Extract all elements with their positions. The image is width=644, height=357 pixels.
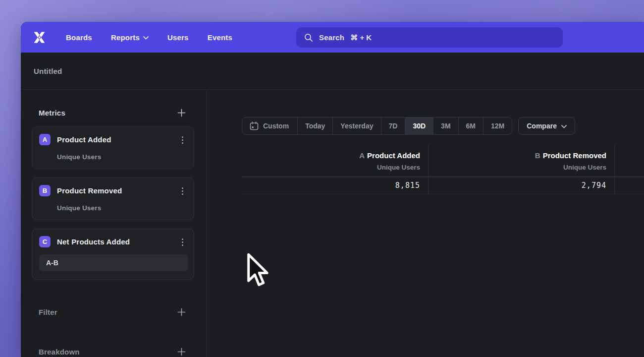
top-nav: Boards Reports Users Events Search ⌘ + K	[21, 22, 644, 53]
nav-item-label: Boards	[66, 33, 92, 42]
metric-measure[interactable]: Unique Users	[57, 153, 187, 161]
column-measure: Unique Users	[242, 162, 420, 173]
range-7d[interactable]: 7D	[381, 118, 405, 134]
column-letter: A	[359, 151, 365, 160]
metric-name: Product Removed	[57, 186, 122, 195]
range-30d-selected[interactable]: 30D	[405, 118, 433, 134]
range-12m[interactable]: 12M	[483, 118, 512, 134]
range-today[interactable]: Today	[297, 118, 332, 134]
range-label: 3M	[441, 122, 450, 130]
nav-item-label: Users	[167, 33, 189, 42]
breakdown-label: Breakdown	[39, 348, 80, 356]
chevron-down-icon	[143, 36, 149, 40]
app-window: Boards Reports Users Events Search ⌘ + K	[21, 22, 644, 357]
range-custom[interactable]: Custom	[242, 118, 297, 134]
metric-badge: B	[39, 185, 51, 196]
nav-items: Boards Reports Users Events	[66, 33, 232, 42]
filter-section-header: Filter	[21, 303, 206, 321]
value-cell-a: 8,815	[242, 177, 429, 194]
add-breakdown-button[interactable]	[176, 347, 186, 357]
metric-badge: C	[39, 236, 51, 247]
metric-card-a[interactable]: A Product Added Unique Users	[32, 126, 194, 169]
value-cell-stub	[615, 177, 644, 194]
nav-item-boards[interactable]: Boards	[66, 33, 92, 42]
formula-input[interactable]: A-B	[39, 254, 188, 271]
range-yesterday[interactable]: Yesterday	[332, 118, 380, 134]
metric-card-b[interactable]: B Product Removed Unique Users	[32, 178, 194, 220]
nav-item-label: Reports	[111, 33, 140, 42]
column-header-stub	[615, 145, 644, 177]
metrics-label: Metrics	[39, 109, 65, 117]
nav-item-events[interactable]: Events	[208, 33, 232, 42]
metric-name: Net Products Added	[57, 238, 130, 246]
range-3m[interactable]: 3M	[433, 118, 458, 134]
plus-icon	[177, 109, 186, 117]
metric-name: Product Added	[57, 135, 111, 144]
range-label: Custom	[263, 122, 289, 130]
search-shortcut: ⌘ + K	[350, 33, 372, 42]
range-label: 12M	[491, 122, 504, 130]
metric-measure[interactable]: Unique Users	[57, 204, 187, 212]
nav-item-users[interactable]: Users	[167, 33, 189, 42]
search-input[interactable]: Search ⌘ + K	[296, 27, 563, 48]
plus-icon	[177, 308, 186, 316]
plus-icon	[177, 348, 186, 356]
column-name: Product Added	[367, 151, 420, 160]
column-header-b: BProduct Removed Unique Users	[429, 145, 615, 177]
range-6m[interactable]: 6M	[458, 118, 483, 134]
results-table: AProduct Added Unique Users BProduct Rem…	[242, 145, 644, 194]
column-measure: Unique Users	[429, 162, 606, 173]
query-sidebar: Metrics A Product Added Unique Use	[21, 90, 207, 357]
metrics-section-header: Metrics	[21, 104, 206, 121]
mixpanel-logo-icon[interactable]	[33, 31, 46, 44]
range-label: 6M	[466, 122, 476, 130]
date-range-picker: Custom Today Yesterday 7D 30D 3M 6M 12M	[242, 117, 512, 135]
nav-item-reports[interactable]: Reports	[111, 33, 149, 42]
metric-badge: A	[39, 134, 51, 145]
column-name: Product Removed	[543, 151, 606, 160]
date-toolbar: Custom Today Yesterday 7D 30D 3M 6M 12M …	[242, 117, 575, 135]
range-label: Today	[305, 122, 325, 130]
report-main: Custom Today Yesterday 7D 30D 3M 6M 12M …	[207, 90, 644, 357]
range-label: Yesterday	[340, 122, 373, 130]
metric-options-button[interactable]	[178, 135, 187, 145]
breakdown-section-header: Breakdown	[21, 343, 206, 357]
chevron-down-icon	[561, 125, 567, 128]
nav-item-label: Events	[208, 33, 232, 42]
add-metric-button[interactable]	[176, 108, 186, 118]
filter-label: Filter	[39, 308, 57, 316]
compare-label: Compare	[527, 122, 557, 130]
metric-options-button[interactable]	[178, 186, 187, 196]
board-header: Untitled	[21, 53, 644, 90]
metric-options-button[interactable]	[178, 237, 187, 247]
range-label: 7D	[389, 122, 398, 130]
search-icon	[304, 33, 313, 42]
add-filter-button[interactable]	[176, 307, 186, 317]
compare-button[interactable]: Compare	[518, 117, 575, 135]
board-title[interactable]: Untitled	[34, 67, 62, 75]
search-placeholder: Search	[319, 33, 344, 42]
calendar-icon	[250, 121, 259, 130]
column-letter: B	[535, 151, 540, 160]
column-header-a: AProduct Added Unique Users	[242, 145, 429, 177]
value-cell-b: 2,794	[429, 177, 615, 194]
range-label: 30D	[413, 122, 426, 130]
metric-card-c[interactable]: C Net Products Added A-B	[32, 229, 194, 280]
